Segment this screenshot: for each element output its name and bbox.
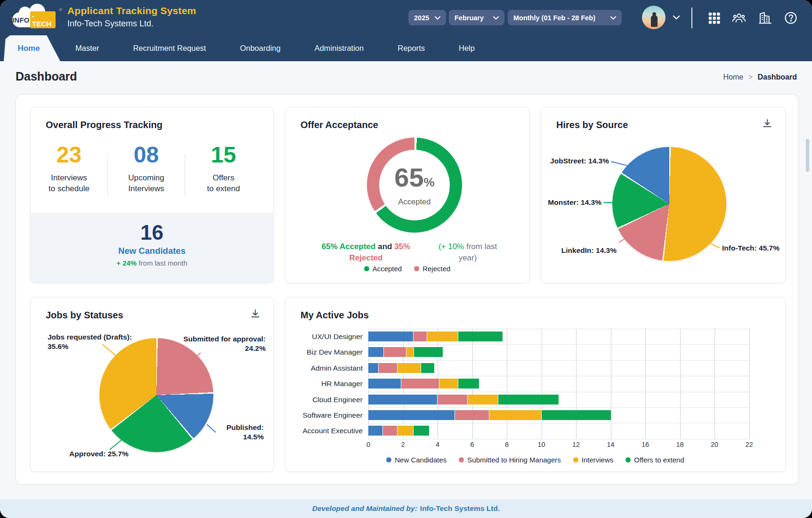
breadcrumb-home[interactable]: Home: [723, 73, 743, 81]
tab-home[interactable]: Home: [4, 35, 60, 61]
page-title: Dashboard: [16, 70, 77, 83]
legend-dot-icon: [625, 457, 631, 462]
bar-segment: [439, 379, 458, 388]
user-avatar[interactable]: [642, 6, 666, 29]
x-axis-tick: 0: [366, 441, 370, 448]
tab-help[interactable]: Help: [459, 44, 475, 53]
pie-label-infotech: Info-Tech: 45.7%: [722, 243, 783, 253]
x-axis-tick: 10: [537, 441, 545, 448]
stat-offers-to-extend: 15 Offersto extend: [185, 141, 262, 196]
active-jobs-ticks: 0246810121416182022: [368, 441, 764, 449]
legend-item: Interviews: [573, 456, 614, 464]
bar-category-label: Cloud Engineer: [285, 392, 363, 407]
x-axis-tick: 14: [607, 441, 614, 448]
bar-category-label: Admin Assistant: [285, 360, 363, 376]
bar-segment: [455, 410, 490, 420]
download-icon[interactable]: [250, 308, 262, 320]
nav-items: Master Recruitment Request Onboarding Ad…: [75, 35, 475, 61]
offer-acceptance-card: Offer Acceptance 65% Accepted 65% Accept…: [285, 107, 529, 283]
stat-label: Interviewsto schedule: [31, 172, 107, 194]
month-dropdown-value: February: [455, 14, 484, 22]
profile-chevron-down-icon[interactable]: [673, 15, 680, 20]
x-axis-tick: 8: [505, 441, 509, 448]
bar-category-label: Software Engineer: [285, 407, 363, 423]
company-name: Info-Tech Systems Ltd.: [67, 19, 196, 29]
tab-recruitment-request[interactable]: Recruitment Request: [133, 44, 206, 53]
pie-label-jobstreet: JobStreet: 14.3%: [538, 156, 609, 166]
scrollbar-thumb[interactable]: [806, 139, 809, 172]
bar-segment: [368, 395, 438, 405]
bar-segment: [427, 332, 458, 341]
new-candidates-highlight: 16 New Candidates + 24% from last month: [31, 213, 273, 283]
legend-item: Accepted: [364, 265, 402, 273]
registered-mark: ®: [59, 8, 62, 12]
download-icon[interactable]: [762, 118, 774, 130]
breadcrumb-separator: >: [748, 73, 753, 81]
bar-row: [368, 329, 764, 344]
breadcrumb: Home > Dashboard: [723, 73, 797, 81]
legend-dot-icon: [386, 457, 391, 462]
bar-row: [368, 344, 764, 360]
x-axis-tick: 6: [470, 441, 474, 448]
bar-row: [368, 392, 764, 407]
footer-company: Info-Tech Systems Ltd.: [420, 504, 500, 513]
legend-dot-icon: [414, 266, 419, 271]
legend-item: New Candidates: [386, 456, 447, 464]
footer: Developed and Maintained by: Info-Tech S…: [0, 499, 812, 518]
offer-donut-center: 65% Accepted: [379, 150, 450, 220]
x-axis-tick: 20: [711, 441, 718, 448]
bar-segment: [498, 395, 559, 405]
overall-progress-card: Overall Progress Tracking 23 Interviewst…: [30, 107, 274, 283]
tab-administration[interactable]: Administration: [315, 44, 364, 53]
offer-donut-ring: 65% Accepted: [367, 138, 462, 233]
tab-reports[interactable]: Reports: [398, 44, 425, 53]
bar-segment: [438, 395, 468, 405]
card-title: Overall Progress Tracking: [46, 120, 162, 130]
apps-grid-icon[interactable]: [706, 10, 722, 26]
footer-prefix: Developed and Maintained by:: [312, 504, 417, 513]
bar-segment: [414, 332, 427, 341]
organization-building-icon[interactable]: [757, 10, 773, 26]
chevron-down-icon: [435, 16, 440, 20]
active-jobs-legend: New CandidatesSubmitted to Hiring Manage…: [285, 456, 785, 464]
bar-segment: [458, 379, 479, 388]
leader-line: [603, 202, 618, 203]
bar-segment: [368, 410, 455, 420]
range-dropdown[interactable]: Monthly (01 Feb - 28 Feb): [508, 10, 622, 25]
stat-upcoming-interviews: 08 UpcomingInterviews: [108, 141, 185, 196]
legend-dot-icon: [573, 457, 578, 462]
offer-delta-note: (+ 10% from last year): [430, 241, 505, 264]
new-candidates-delta: + 24% from last month: [31, 259, 273, 267]
logo-part2: -TECH: [30, 11, 56, 28]
chevron-down-icon: [493, 16, 499, 20]
team-people-icon[interactable]: [731, 10, 747, 26]
legend-item: Offers to extend: [625, 456, 684, 464]
stat-interviews-to-schedule: 23 Interviewsto schedule: [31, 141, 107, 196]
offer-accepted-percent: 65%: [394, 164, 434, 195]
app-screen: INFO-TECH ® Applicant Tracking System In…: [0, 0, 812, 518]
bar-category-label: HR Manager: [285, 376, 363, 391]
gridline: [368, 439, 749, 439]
help-icon[interactable]: [783, 10, 799, 26]
active-jobs-labels: UX/UI DesignerBiz Dev ManagerAdmin Assis…: [285, 329, 363, 439]
bar-segment: [406, 347, 414, 357]
x-axis-tick: 12: [572, 441, 580, 448]
offer-legend: AcceptedRejected: [285, 265, 529, 273]
tab-master[interactable]: Master: [75, 44, 99, 53]
tab-onboarding[interactable]: Onboarding: [240, 44, 280, 53]
card-title: My Active Jobs: [300, 310, 369, 321]
year-dropdown[interactable]: 2025: [408, 10, 446, 25]
stat-value: 23: [31, 141, 107, 169]
active-jobs-plot: [368, 329, 764, 439]
bar-row: [368, 376, 764, 391]
app-title: Applicant Tracking System: [67, 5, 196, 16]
stat-label: Offersto extend: [185, 172, 262, 194]
bar-segment: [414, 347, 443, 357]
range-dropdown-value: Monthly (01 Feb - 28 Feb): [513, 14, 595, 22]
bar-row: [368, 360, 764, 376]
x-axis-tick: 2: [401, 441, 405, 448]
logo-text: INFO-TECH: [12, 11, 56, 28]
card-title: Offer Acceptance: [300, 120, 378, 130]
x-axis-tick: 18: [676, 441, 683, 448]
month-dropdown[interactable]: February: [449, 10, 504, 25]
